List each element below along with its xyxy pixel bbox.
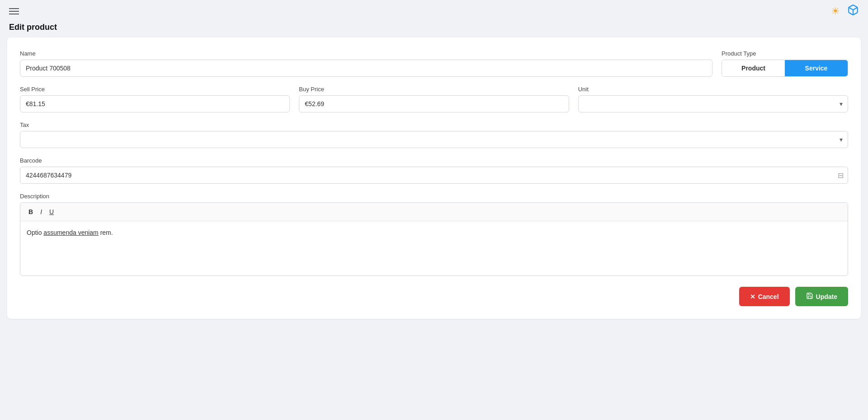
sell-price-label: Sell Price <box>20 86 290 93</box>
buy-price-label: Buy Price <box>299 86 569 93</box>
sell-price-group: Sell Price <box>20 86 290 112</box>
tax-select[interactable] <box>20 131 848 148</box>
topbar: ☀ <box>0 0 868 23</box>
italic-button[interactable]: I <box>38 206 45 217</box>
update-label: Update <box>816 293 837 300</box>
name-label: Name <box>20 50 712 57</box>
sell-price-input[interactable] <box>20 95 290 112</box>
topbar-left <box>9 8 19 14</box>
row-barcode: Barcode ⊟ <box>20 157 848 184</box>
product-type-group: Product Type Product Service <box>722 50 848 77</box>
row-prices-unit: Sell Price Buy Price Unit ▾ <box>20 86 848 112</box>
unit-select-wrapper: ▾ <box>578 95 848 112</box>
description-group: Description B I U Optio assumenda veniam… <box>20 193 848 276</box>
unit-select[interactable] <box>578 95 848 112</box>
barcode-input-wrapper: ⊟ <box>20 167 848 184</box>
row-tax: Tax ▾ <box>20 121 848 148</box>
name-input[interactable] <box>20 60 712 77</box>
form-actions: ✕ Cancel Update <box>20 287 848 306</box>
topbar-right: ☀ <box>831 4 859 19</box>
service-type-btn[interactable]: Service <box>785 60 848 76</box>
row-name-producttype: Name Product Type Product Service <box>20 50 848 77</box>
product-type-toggle: Product Service <box>722 60 848 77</box>
cancel-label: Cancel <box>758 293 779 300</box>
buy-price-group: Buy Price <box>299 86 569 112</box>
barcode-group: Barcode ⊟ <box>20 157 848 184</box>
save-icon <box>806 292 813 301</box>
tax-group: Tax ▾ <box>20 121 848 148</box>
editor-toolbar: B I U <box>20 203 848 221</box>
tax-label: Tax <box>20 121 848 128</box>
editor-content[interactable]: Optio assumenda veniam rem. <box>20 221 848 275</box>
sun-icon: ☀ <box>831 5 840 17</box>
underline-button[interactable]: U <box>47 206 57 217</box>
cancel-button[interactable]: ✕ Cancel <box>739 287 790 306</box>
page-title: Edit product <box>0 23 868 37</box>
unit-group: Unit ▾ <box>578 86 848 112</box>
hamburger-menu-icon[interactable] <box>9 8 19 14</box>
description-editor: B I U Optio assumenda veniam rem. <box>20 202 848 276</box>
tax-select-wrapper: ▾ <box>20 131 848 148</box>
buy-price-input[interactable] <box>299 95 569 112</box>
cancel-x-icon: ✕ <box>750 293 755 300</box>
product-type-label: Product Type <box>722 50 848 57</box>
description-label: Description <box>20 193 848 200</box>
update-button[interactable]: Update <box>795 287 848 306</box>
name-group: Name <box>20 50 712 77</box>
box-icon <box>847 4 859 19</box>
underlined-text: assumenda veniam <box>43 229 98 236</box>
barcode-label: Barcode <box>20 157 848 164</box>
barcode-input[interactable] <box>20 167 848 184</box>
form-card: Name Product Type Product Service Sell P… <box>7 37 861 319</box>
unit-label: Unit <box>578 86 848 93</box>
bold-button[interactable]: B <box>26 206 36 217</box>
row-description: Description B I U Optio assumenda veniam… <box>20 193 848 276</box>
product-type-btn[interactable]: Product <box>722 60 785 76</box>
barcode-scan-icon: ⊟ <box>838 171 844 180</box>
